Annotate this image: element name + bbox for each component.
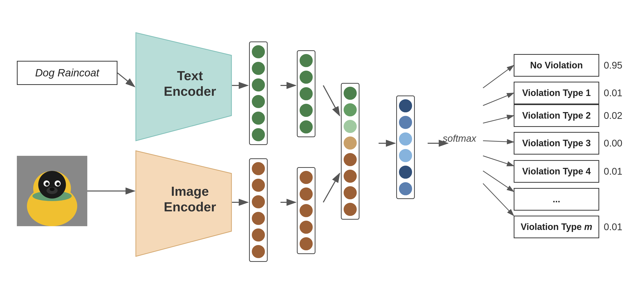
output-box-1: Violation Type 1: [514, 82, 599, 104]
output-score-2: 0.02: [604, 110, 622, 121]
text-encoder-label: TextEncoder: [156, 68, 224, 99]
svg-line-9: [323, 173, 340, 202]
col1-brown-nodes: [249, 158, 268, 262]
svg-line-16: [483, 156, 514, 166]
output-label-0: No Violation: [530, 60, 583, 71]
node-bl1-6: [399, 182, 412, 195]
output-score-0: 0.95: [604, 60, 622, 71]
node-g1-6: [252, 128, 265, 141]
output-row-0: No Violation 0.95: [514, 54, 622, 77]
text-input-box: Dog Raincoat: [17, 61, 117, 85]
col2-green-nodes: [297, 50, 315, 137]
svg-point-28: [56, 182, 60, 186]
node-g2-3: [300, 87, 313, 100]
svg-line-17: [483, 171, 514, 192]
node-b2-1: [300, 171, 313, 184]
node-m1-5: [344, 153, 357, 166]
output-box-6: Violation Type m: [514, 216, 599, 238]
node-m1-1: [344, 87, 357, 100]
output-label-1: Violation Type 1: [522, 88, 591, 98]
node-g2-1: [300, 54, 313, 67]
output-row-2: Violation Type 2 0.02: [514, 104, 622, 127]
node-b2-4: [300, 221, 313, 234]
svg-line-18: [483, 183, 514, 216]
col1-green-nodes: [249, 41, 268, 145]
node-bl1-4: [399, 149, 412, 162]
node-g1-5: [252, 112, 265, 125]
output-label-5: ...: [553, 194, 560, 205]
node-b1-6: [252, 245, 265, 258]
output-row-4: Violation Type 4 0.01: [514, 160, 622, 183]
node-b2-3: [300, 204, 313, 217]
node-g1-1: [252, 45, 265, 58]
node-g1-3: [252, 78, 265, 91]
text-input-label: Dog Raincoat: [35, 67, 99, 79]
image-encoder-label: ImageEncoder: [156, 183, 224, 215]
node-b1-1: [252, 162, 265, 175]
node-b2-2: [300, 187, 313, 201]
node-b1-2: [252, 179, 265, 192]
output-box-0: No Violation: [514, 54, 599, 77]
output-row-6: Violation Type m 0.01: [514, 216, 622, 238]
node-g2-4: [300, 104, 313, 117]
node-g2-2: [300, 71, 313, 84]
svg-line-15: [483, 141, 514, 142]
output-row-3: Violation Type 3 0.00: [514, 132, 622, 155]
svg-line-8: [323, 85, 340, 116]
node-bl1-3: [399, 132, 412, 146]
softmax-label: softmax: [443, 133, 476, 144]
output-row-1: Violation Type 1 0.01: [514, 82, 622, 104]
col4-blue-nodes: [396, 95, 415, 199]
svg-point-30: [50, 187, 55, 191]
node-b1-3: [252, 195, 265, 208]
output-score-6: 0.01: [604, 222, 622, 232]
node-bl1-2: [399, 116, 412, 129]
image-box: [17, 156, 87, 226]
output-score-1: 0.01: [604, 88, 622, 99]
output-label-4: Violation Type 4: [522, 166, 591, 177]
output-label-2: Violation Type 2: [522, 110, 591, 121]
svg-point-24: [38, 171, 66, 199]
node-m1-3: [344, 120, 357, 133]
output-label-3: Violation Type 3: [522, 138, 591, 149]
svg-line-2: [117, 73, 135, 87]
output-box-4: Violation Type 4: [514, 160, 599, 183]
svg-line-13: [483, 93, 514, 106]
node-b2-5: [300, 237, 313, 250]
svg-line-14: [483, 116, 514, 123]
diagram: Dog Raincoat TextEncoder I: [0, 0, 644, 287]
node-m1-7: [344, 186, 357, 199]
output-score-4: 0.01: [604, 166, 622, 177]
node-m1-2: [344, 103, 357, 116]
node-m1-6: [344, 170, 357, 183]
node-m1-8: [344, 203, 357, 216]
node-bl1-5: [399, 166, 412, 179]
output-score-3: 0.00: [604, 138, 622, 149]
output-label-6: Violation Type m: [521, 222, 592, 232]
node-bl1-1: [399, 99, 412, 112]
node-g1-2: [252, 62, 265, 75]
col3-merged-nodes: [341, 83, 359, 220]
col2-brown-nodes: [297, 167, 315, 254]
output-box-2: Violation Type 2: [514, 104, 599, 127]
node-m1-4: [344, 136, 357, 150]
output-box-5: ...: [514, 188, 599, 211]
output-box-3: Violation Type 3: [514, 132, 599, 155]
node-g2-5: [300, 120, 313, 133]
node-g1-4: [252, 95, 265, 108]
node-b1-4: [252, 212, 265, 225]
svg-point-27: [45, 182, 49, 186]
node-b1-5: [252, 228, 265, 242]
svg-line-12: [483, 65, 514, 88]
output-row-5: ...: [514, 188, 621, 211]
